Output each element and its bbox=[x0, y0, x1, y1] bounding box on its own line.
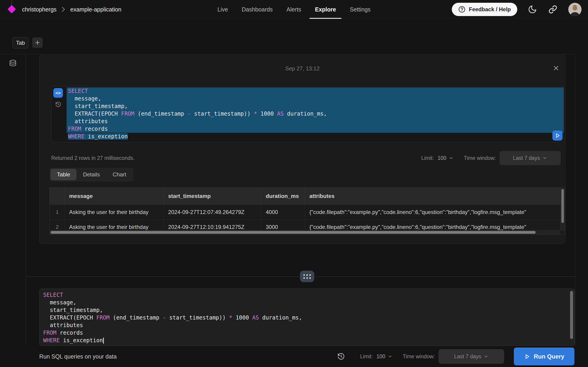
sql-line-5: attributes bbox=[67, 118, 564, 125]
chevron-down-icon bbox=[484, 354, 489, 359]
nav-tab-settings[interactable]: Settings bbox=[343, 0, 377, 19]
chevron-down-icon bbox=[542, 156, 547, 161]
chevron-down-icon[interactable] bbox=[388, 354, 393, 359]
sql-line-5: attributes bbox=[42, 322, 568, 329]
nav-right-group: Feedback / Help bbox=[452, 0, 582, 19]
time-window-select[interactable]: Last 7 days bbox=[439, 349, 504, 364]
sql-line-4: EXTRACT(EPOCH FROM (end_timestamp - star… bbox=[42, 314, 568, 322]
code-gutter: <> bbox=[53, 88, 66, 108]
feedback-help-label: Feedback / Help bbox=[469, 6, 511, 13]
sql-line-1: SELECT bbox=[67, 87, 564, 95]
sql-line-6: FROM records bbox=[67, 125, 564, 133]
result-meta-row: Returned 2 rows in 27 milliseconds. Limi… bbox=[51, 151, 561, 165]
limit-label: Limit: bbox=[421, 155, 434, 161]
sql-line-3: start_timestamp, bbox=[67, 102, 564, 110]
editor-hint: Run SQL queries on your data bbox=[39, 353, 117, 360]
column-header-attributes[interactable]: attributes bbox=[305, 188, 565, 205]
column-header-message[interactable]: message bbox=[65, 188, 164, 205]
vscroll-thumb[interactable] bbox=[561, 189, 564, 223]
sql-line-4: EXTRACT(EPOCH FROM (end_timestamp - star… bbox=[67, 110, 564, 118]
view-tab-table[interactable]: Table bbox=[51, 169, 77, 180]
executed-sql-block[interactable]: <> SELECT message, start_timestamp, EXTR… bbox=[51, 86, 564, 142]
question-circle-icon bbox=[458, 6, 466, 13]
column-header-row-number[interactable] bbox=[50, 188, 65, 205]
logfire-logo-icon[interactable] bbox=[8, 5, 16, 14]
breadcrumb: christophergs example-application bbox=[22, 0, 121, 19]
result-summary: Returned 2 rows in 27 milliseconds. bbox=[51, 155, 135, 161]
sidebar-border bbox=[26, 54, 26, 346]
close-icon[interactable] bbox=[552, 64, 561, 73]
content-right-border bbox=[575, 54, 575, 346]
user-avatar[interactable] bbox=[568, 3, 582, 16]
limit-value[interactable]: 100 bbox=[376, 353, 385, 360]
column-header-duration_ms[interactable]: duration_ms bbox=[262, 188, 305, 205]
history-icon[interactable] bbox=[55, 101, 66, 108]
cell-start_timestamp[interactable]: 2024-09-27T12:07:49.264279Z bbox=[164, 205, 262, 219]
pane-resize-handle[interactable] bbox=[300, 271, 314, 282]
bottom-controls: Limit: 100 Time window: Last 7 days Run … bbox=[337, 348, 574, 365]
editor-scrollbar-thumb[interactable] bbox=[570, 291, 573, 339]
add-tab-button[interactable] bbox=[32, 37, 43, 48]
plus-icon bbox=[35, 40, 40, 45]
sql-line-7: WHERE is_exception bbox=[42, 337, 568, 344]
sql-editor[interactable]: SELECT message, start_timestamp, EXTRACT… bbox=[39, 289, 575, 346]
nav-tab-dashboards[interactable]: Dashboards bbox=[235, 0, 280, 19]
query-timestamp: Sep 27, 13:12 bbox=[40, 65, 565, 72]
text-caret bbox=[103, 338, 104, 344]
time-window-label: Time window: bbox=[464, 155, 496, 161]
view-tab-chart[interactable]: Chart bbox=[106, 169, 133, 180]
top-navbar: christophergs example-application LiveDa… bbox=[0, 0, 588, 19]
table-header-row: messagestart_timestampduration_msattribu… bbox=[50, 188, 565, 205]
table-horizontal-scrollbar[interactable] bbox=[50, 230, 561, 234]
sql-line-7: WHERE is_exception bbox=[67, 133, 564, 140]
run-query-label: Run Query bbox=[534, 353, 564, 360]
theme-toggle-moon-icon[interactable] bbox=[528, 5, 537, 14]
query-result-card: Sep 27, 13:12 <> SELECT message, start_t… bbox=[39, 54, 565, 244]
sql-line-2: message, bbox=[67, 95, 564, 102]
sql-line-3: start_timestamp, bbox=[42, 307, 568, 314]
query-history-icon[interactable] bbox=[337, 352, 345, 360]
row-number: 1 bbox=[50, 205, 65, 219]
run-sql-play-button[interactable] bbox=[552, 131, 562, 141]
nav-tabs: LiveDashboardsAlertsExploreSettings bbox=[211, 0, 378, 19]
view-tab-details[interactable]: Details bbox=[77, 169, 106, 180]
result-controls: Limit: 100 Time window: Last 7 days bbox=[421, 151, 561, 165]
chevron-down-icon[interactable] bbox=[449, 156, 454, 161]
share-link-icon[interactable] bbox=[548, 5, 557, 14]
time-window-label: Time window: bbox=[403, 353, 435, 360]
cell-duration_ms[interactable]: 4000 bbox=[262, 205, 305, 219]
schema-database-icon[interactable] bbox=[9, 59, 17, 68]
table-row[interactable]: 1Asking the user for their birthday2024-… bbox=[50, 205, 565, 219]
query-tab-label: Tab bbox=[16, 40, 25, 46]
breadcrumb-project[interactable]: example-application bbox=[70, 6, 121, 13]
play-icon bbox=[524, 353, 530, 360]
results-table: messagestart_timestampduration_msattribu… bbox=[49, 187, 565, 235]
play-icon bbox=[554, 133, 561, 139]
time-window-value: Last 7 days bbox=[513, 155, 540, 161]
breadcrumb-org[interactable]: christophergs bbox=[22, 6, 57, 13]
column-header-start_timestamp[interactable]: start_timestamp bbox=[164, 188, 262, 205]
result-view-tabs: TableDetailsChart bbox=[49, 168, 134, 181]
table-vertical-scrollbar[interactable] bbox=[561, 188, 565, 231]
nav-tab-alerts[interactable]: Alerts bbox=[279, 0, 308, 19]
grip-dots-icon bbox=[303, 274, 311, 279]
sql-editor-text: SELECT message, start_timestamp, EXTRACT… bbox=[42, 291, 568, 344]
sql-line-6: FROM records bbox=[42, 329, 568, 337]
nav-tab-live[interactable]: Live bbox=[211, 0, 235, 19]
time-window-select[interactable]: Last 7 days bbox=[500, 151, 561, 165]
bottom-action-bar: Run SQL queries on your data Limit: 100 … bbox=[0, 346, 588, 367]
cell-message[interactable]: Asking the user for their birthday bbox=[65, 205, 164, 219]
run-query-button[interactable]: Run Query bbox=[514, 348, 574, 365]
logfire-explore-page: christophergs example-application LiveDa… bbox=[0, 0, 588, 367]
cell-attributes[interactable]: {"code.filepath":"example.py","code.line… bbox=[305, 205, 565, 219]
sql-line-2: message, bbox=[42, 299, 568, 307]
limit-value[interactable]: 100 bbox=[438, 155, 446, 161]
nav-tab-explore[interactable]: Explore bbox=[308, 0, 343, 19]
limit-label: Limit: bbox=[360, 353, 373, 360]
query-tab[interactable]: Tab bbox=[12, 37, 28, 48]
feedback-help-button[interactable]: Feedback / Help bbox=[452, 3, 517, 16]
time-window-value: Last 7 days bbox=[454, 353, 481, 360]
breadcrumb-separator-icon bbox=[61, 6, 65, 12]
hscroll-thumb[interactable] bbox=[51, 231, 536, 234]
code-mode-icon[interactable]: <> bbox=[53, 88, 63, 98]
